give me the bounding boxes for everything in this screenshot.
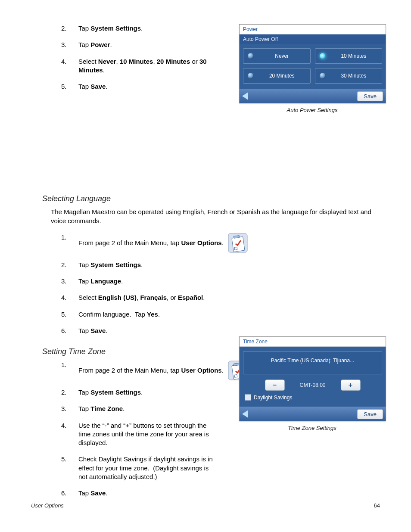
screen-title: Power	[240, 25, 386, 34]
daylight-savings-label: Daylight Savings	[254, 395, 292, 401]
step-number: 5.	[61, 310, 78, 319]
power-option-grid: Never10 Minutes20 Minutes30 Minutes	[240, 44, 386, 89]
step-text: Tap Save.	[78, 82, 216, 91]
footer-section-name: User Options	[31, 502, 64, 509]
radio-icon	[320, 73, 326, 79]
power-option[interactable]: Never	[243, 48, 311, 64]
step-number: 2.	[61, 24, 78, 33]
figure-caption: Auto Power Settings	[239, 107, 385, 113]
step-number: 5.	[61, 82, 78, 91]
step-text: Use the “-” and “+” buttons to set throu…	[78, 421, 216, 448]
list-item: 2.Tap System Settings.	[61, 261, 380, 269]
step-number: 6.	[61, 489, 78, 498]
step-number: 2.	[61, 388, 78, 397]
step-number: 3.	[61, 404, 78, 413]
power-option-label: 30 Minutes	[330, 73, 378, 79]
language-intro-paragraph: The Magellan Maestro can be operated usi…	[51, 208, 380, 225]
page-footer: User Options 64	[31, 502, 380, 509]
list-item: 3.Tap Language.	[61, 277, 380, 286]
user-options-icon	[228, 233, 248, 253]
power-option[interactable]: 20 Minutes	[243, 68, 311, 84]
device-timezone-screenshot: Time Zone Pacific Time (US Canada); Tiju…	[239, 336, 386, 421]
gmt-offset: GMT-08:00	[293, 382, 332, 388]
step-number: 5.	[61, 455, 78, 464]
step-text: Tap Power.	[78, 40, 216, 49]
radio-icon	[320, 53, 326, 59]
step-number: 3.	[61, 40, 78, 49]
step-text: Tap System Settings.	[78, 24, 216, 33]
step-text: Select English (US), Français, or Españo…	[78, 293, 380, 302]
list-item: 6.Tap Save.	[61, 489, 380, 498]
minus-button[interactable]: −	[265, 380, 285, 391]
step-text: Check Daylight Savings if daylight savin…	[78, 455, 216, 481]
plus-button[interactable]: +	[341, 380, 361, 391]
step-number: 1.	[61, 233, 78, 242]
power-option[interactable]: 10 Minutes	[315, 48, 383, 64]
heading-selecting-language: Selecting Language	[42, 194, 380, 203]
step-text: Tap System Settings.	[78, 261, 380, 269]
step-number: 4.	[61, 293, 78, 302]
page-number: 64	[374, 502, 380, 509]
daylight-savings-checkbox[interactable]	[245, 394, 251, 401]
save-button[interactable]: Save	[357, 409, 383, 419]
list-item: 4.Select English (US), Français, or Espa…	[61, 293, 380, 302]
power-option-label: Never	[258, 53, 306, 59]
power-option-label: 10 Minutes	[330, 53, 378, 59]
step-text: Tap System Settings.	[78, 388, 216, 397]
step-text: Tap Time Zone.	[78, 404, 216, 413]
timezone-name-display: Pacific Time (US Canada); Tijuana...	[243, 351, 382, 374]
figure-time-zone: Time Zone Pacific Time (US Canada); Tiju…	[239, 336, 385, 431]
back-icon[interactable]	[242, 92, 248, 100]
step-text: Confirm language. Tap Yes.	[78, 310, 380, 319]
device-footer: Save	[240, 407, 386, 421]
back-icon[interactable]	[242, 410, 248, 418]
step-text: Tap Save.	[78, 327, 380, 335]
list-item: 5.Confirm language. Tap Yes.	[61, 310, 380, 319]
list-item: 1. From page 2 of the Main Menu, tap Use…	[61, 233, 380, 253]
screen-subtitle: Auto Power Off	[240, 34, 386, 44]
list-item: 6.Tap Save.	[61, 327, 380, 335]
step-number: 6.	[61, 327, 78, 335]
device-power-screenshot: Power Auto Power Off Never10 Minutes20 M…	[239, 24, 386, 103]
step-text: Select Never, 10 Minutes, 20 Minutes or …	[78, 57, 216, 75]
step-number: 2.	[61, 261, 78, 269]
radio-icon	[248, 53, 254, 59]
step-text: From page 2 of the Main Menu, tap User O…	[78, 233, 380, 253]
power-option-label: 20 Minutes	[258, 73, 306, 79]
step-number: 3.	[61, 277, 78, 286]
figure-caption: Time Zone Settings	[239, 425, 385, 431]
device-footer: Save	[240, 89, 386, 103]
step-number: 4.	[61, 57, 78, 66]
figure-auto-power: Power Auto Power Off Never10 Minutes20 M…	[239, 24, 385, 113]
step-number: 1.	[61, 361, 78, 369]
power-option[interactable]: 30 Minutes	[315, 68, 383, 84]
list-item: 5.Check Daylight Savings if daylight sav…	[61, 455, 380, 481]
radio-icon	[248, 73, 254, 79]
language-steps: 1. From page 2 of the Main Menu, tap Use…	[61, 233, 380, 335]
step-text: Tap Save.	[78, 489, 216, 498]
step-text: Tap Language.	[78, 277, 380, 286]
step-number: 4.	[61, 421, 78, 430]
save-button[interactable]: Save	[357, 91, 383, 101]
screen-title: Time Zone	[240, 337, 386, 347]
